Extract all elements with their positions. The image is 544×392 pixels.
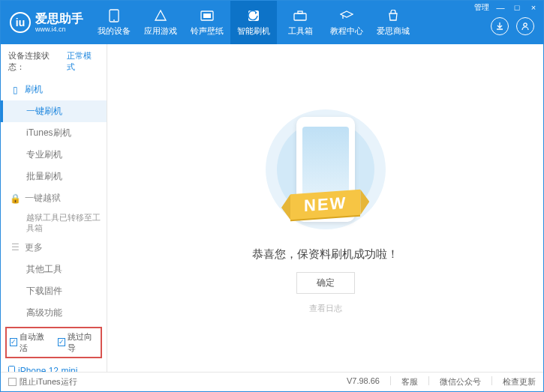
check-update-link[interactable]: 检查更新 (503, 376, 536, 388)
user-icon[interactable] (516, 17, 534, 35)
nav-toolbox[interactable]: 工具箱 (277, 1, 323, 44)
svg-rect-3 (203, 13, 211, 18)
section-more[interactable]: ☰ 更多 (1, 237, 107, 259)
checkbox-highlight-box: ✓自动激活 ✓跳过向导 (5, 327, 102, 358)
section-jailbreak[interactable]: 🔒 一键越狱 (1, 187, 107, 209)
nav-store[interactable]: 爱思商城 (370, 1, 416, 44)
sidebar-item-download-firmware[interactable]: 下载固件 (1, 280, 107, 302)
apps-icon (153, 9, 168, 22)
wechat-link[interactable]: 微信公众号 (440, 376, 481, 388)
toolbox-icon (293, 9, 308, 22)
status-bar: 阻止iTunes运行 V7.98.66 客服 微信公众号 检查更新 (1, 372, 543, 391)
sidebar-item-oneclick-flash[interactable]: 一键刷机 (1, 100, 107, 122)
nav-smart-flash[interactable]: 智能刷机 (230, 1, 277, 44)
success-message: 恭喜您，保资料刷机成功啦！ (252, 247, 398, 262)
device-icon (107, 9, 122, 22)
nav-my-device[interactable]: 我的设备 (91, 1, 137, 44)
download-icon[interactable] (491, 17, 509, 35)
checkbox-skip-guide[interactable]: ✓跳过向导 (58, 331, 98, 354)
version-label: V7.98.66 (347, 376, 380, 388)
svg-rect-5 (294, 13, 306, 20)
app-url: www.i4.cn (35, 26, 83, 33)
phone-icon: ▯ (10, 85, 20, 95)
close-button[interactable]: × (528, 2, 539, 13)
checkbox-icon: ✓ (58, 338, 65, 346)
store-icon (386, 9, 401, 22)
app-title: 爱思助手 (35, 13, 83, 25)
wallpaper-icon (200, 9, 215, 22)
section-flash[interactable]: ▯ 刷机 (1, 79, 107, 100)
checkbox-icon: ✓ (10, 338, 17, 346)
nav-ringtones[interactable]: 铃声壁纸 (184, 1, 230, 44)
tutorial-icon (339, 9, 354, 22)
checkbox-block-itunes[interactable]: 阻止iTunes运行 (8, 376, 77, 388)
main-nav: 我的设备 应用游戏 铃声壁纸 智能刷机 工具箱 教程中心 爱思商城 (91, 1, 416, 44)
customer-service-link[interactable]: 客服 (401, 376, 418, 388)
confirm-button[interactable]: 确定 (296, 272, 355, 294)
footer-right: V7.98.66 客服 微信公众号 检查更新 (347, 376, 536, 388)
app-logo: iu 爱思助手 www.i4.cn (1, 12, 91, 33)
view-log-link[interactable]: 查看日志 (309, 303, 342, 314)
sidebar-item-other-tools[interactable]: 其他工具 (1, 259, 107, 280)
main-content: NEW 恭喜您，保资料刷机成功啦！ 确定 查看日志 (107, 44, 543, 372)
app-window: { "header": { "app_name": "爱思助手", "app_u… (0, 0, 544, 392)
nav-tutorials[interactable]: 教程中心 (323, 1, 370, 44)
maximize-button[interactable]: □ (512, 2, 522, 13)
device-panel[interactable]: iPhone 12 mini 64GB Down-12mini-13,1 (1, 361, 107, 372)
checkbox-auto-activate[interactable]: ✓自动激活 (10, 331, 50, 354)
sidebar-item-batch-flash[interactable]: 批量刷机 (1, 166, 107, 187)
menu-button[interactable]: 管理 (474, 2, 489, 13)
sidebar: 设备连接状态： 正常模式 ▯ 刷机 一键刷机 iTunes刷机 专业刷机 批量刷… (1, 44, 107, 372)
sidebar-item-pro-flash[interactable]: 专业刷机 (1, 144, 107, 166)
connection-status: 设备连接状态： 正常模式 (1, 44, 107, 79)
device-small-icon (8, 366, 15, 372)
header-right-icons (491, 17, 534, 35)
sidebar-item-itunes-flash[interactable]: iTunes刷机 (1, 122, 107, 144)
svg-point-7 (524, 23, 527, 26)
svg-rect-8 (9, 367, 15, 372)
more-icon: ☰ (10, 242, 20, 253)
logo-icon: iu (10, 12, 31, 33)
window-controls: 管理 — □ × (474, 2, 539, 13)
new-ribbon: NEW (290, 190, 360, 220)
svg-point-1 (113, 19, 115, 21)
flash-icon (246, 9, 261, 22)
svg-rect-6 (298, 11, 302, 13)
sidebar-item-advanced[interactable]: 高级功能 (1, 302, 107, 324)
title-bar: iu 爱思助手 www.i4.cn 我的设备 应用游戏 铃声壁纸 智能刷机 工具… (1, 1, 543, 44)
jailbreak-note: 越狱工具已转移至工具箱 (1, 209, 107, 237)
nav-apps-games[interactable]: 应用游戏 (137, 1, 184, 44)
success-illustration: NEW (251, 102, 401, 237)
checkbox-icon (8, 378, 17, 386)
device-name: iPhone 12 mini (8, 366, 99, 372)
lock-icon: 🔒 (10, 193, 20, 204)
minimize-button[interactable]: — (495, 2, 506, 13)
